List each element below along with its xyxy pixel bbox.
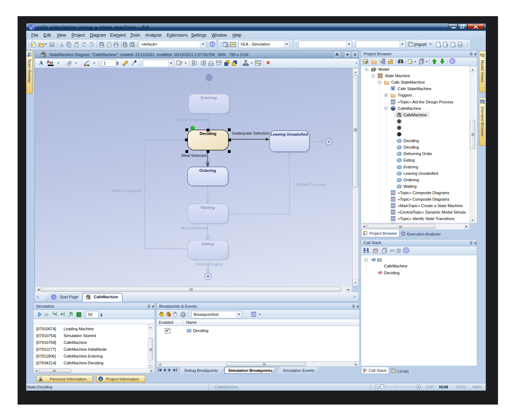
svg-text:Eating: Eating <box>202 242 214 246</box>
svg-text:Finished Eating: Finished Eating <box>195 262 223 266</box>
svg-text:Deciding: Deciding <box>200 131 216 136</box>
svg-text:Menu Requested: Menu Requested <box>177 117 207 122</box>
svg-text:Meal Selected: Meal Selected <box>181 153 207 158</box>
svg-text:?: ? <box>405 249 407 252</box>
svg-text:?: ? <box>211 42 213 46</box>
svg-text:Waiting: Waiting <box>200 205 215 210</box>
svg-text:Entering: Entering <box>201 95 217 100</box>
svg-text:Waited Too Long: Waited Too Long <box>296 182 326 187</box>
svg-text:Ordering: Ordering <box>199 168 216 173</box>
svg-text:Leaving Unsatisfied: Leaving Unsatisfied <box>271 132 308 136</box>
svg-text:Menu Requested: Menu Requested <box>112 188 142 193</box>
svg-text:?: ? <box>451 59 453 63</box>
svg-text:Inadequate Selection: Inadequate Selection <box>232 131 269 135</box>
svg-text:Meal Delivered: Meal Delivered <box>181 226 207 230</box>
